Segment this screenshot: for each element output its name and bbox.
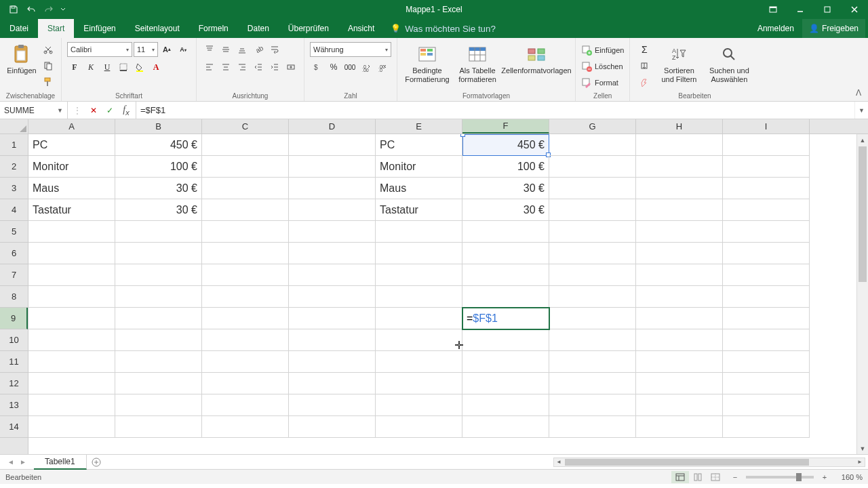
row-header-12[interactable]: 12 [0, 373, 28, 394]
comma-icon[interactable]: 000 [342, 60, 357, 75]
cell-B11[interactable] [115, 351, 202, 373]
cell-B13[interactable] [115, 394, 202, 416]
cell-D10[interactable] [289, 329, 376, 351]
sheet-nav-prev-icon[interactable]: ◄ [5, 457, 16, 468]
cell-B2[interactable]: 100 € [115, 156, 202, 178]
redo-icon[interactable] [41, 2, 57, 17]
cell-D11[interactable] [289, 351, 376, 373]
view-normal-icon[interactable] [671, 471, 689, 483]
tab-home[interactable]: Start [38, 19, 74, 38]
maximize-icon[interactable] [814, 0, 841, 19]
cell-B9[interactable] [115, 308, 202, 329]
cell-D13[interactable] [289, 394, 376, 416]
cell-E14[interactable] [376, 416, 462, 438]
col-header-D[interactable]: D [289, 119, 376, 134]
tab-pagelayout[interactable]: Seitenlayout [125, 19, 189, 38]
cell-I8[interactable] [723, 286, 810, 308]
row-header-9[interactable]: 9 [0, 308, 28, 329]
sort-filter-button[interactable]: AZ Sortieren und Filtern [656, 42, 702, 85]
select-all-corner[interactable] [0, 119, 28, 134]
cancel-formula-icon[interactable]: ✕ [85, 102, 102, 119]
copy-icon[interactable] [41, 58, 56, 73]
insert-cells-button[interactable]: Einfügen [595, 46, 624, 54]
undo-icon[interactable] [23, 2, 39, 17]
cell-H12[interactable] [636, 373, 723, 394]
cell-H3[interactable] [636, 178, 723, 199]
row-header-7[interactable]: 7 [0, 264, 28, 286]
cell-G5[interactable] [549, 221, 636, 243]
row-header-10[interactable]: 10 [0, 329, 28, 351]
cell-I5[interactable] [723, 221, 810, 243]
cell-C5[interactable] [202, 221, 289, 243]
sheet-nav-next-icon[interactable]: ► [18, 457, 28, 468]
expand-formula-bar-icon[interactable]: ▼ [854, 102, 868, 119]
cell-I3[interactable] [723, 178, 810, 199]
cell-C1[interactable] [202, 134, 289, 156]
cell-B14[interactable] [115, 416, 202, 438]
paste-button[interactable]: Einfügen [5, 42, 38, 77]
row-header-5[interactable]: 5 [0, 221, 28, 243]
cell-D4[interactable] [289, 199, 376, 221]
tab-data[interactable]: Daten [238, 19, 279, 38]
cell-D14[interactable] [289, 416, 376, 438]
col-header-I[interactable]: I [723, 119, 810, 134]
cell-G4[interactable] [549, 199, 636, 221]
cell-E1[interactable]: PC [376, 134, 462, 156]
cell-A4[interactable]: Tastatur [28, 199, 115, 221]
tab-review[interactable]: Überprüfen [279, 19, 338, 38]
align-right-icon[interactable] [235, 60, 250, 75]
cell-G3[interactable] [549, 178, 636, 199]
cell-D12[interactable] [289, 373, 376, 394]
increase-decimal-icon[interactable]: .0.00 [359, 60, 374, 75]
cell-C4[interactable] [202, 199, 289, 221]
align-center-icon[interactable] [218, 60, 233, 75]
cell-C7[interactable] [202, 264, 289, 286]
scroll-down-icon[interactable]: ▼ [857, 443, 868, 454]
cell-F10[interactable] [462, 329, 549, 351]
cell-A2[interactable]: Monitor [28, 156, 115, 178]
tab-file[interactable]: Datei [0, 19, 38, 38]
cell-C10[interactable] [202, 329, 289, 351]
cell-H14[interactable] [636, 416, 723, 438]
font-size-select[interactable]: 11▾ [134, 42, 158, 57]
cell-B3[interactable]: 30 € [115, 178, 202, 199]
save-icon[interactable] [5, 2, 22, 17]
percent-icon[interactable]: % [326, 60, 341, 75]
zoom-out-icon[interactable]: − [730, 472, 741, 483]
cell-H9[interactable] [636, 308, 723, 329]
cell-F14[interactable] [462, 416, 549, 438]
tab-insert[interactable]: Einfügen [74, 19, 125, 38]
cell-I9[interactable] [723, 308, 810, 329]
row-header-1[interactable]: 1 [0, 134, 28, 156]
bold-icon[interactable]: F [67, 60, 82, 75]
col-header-C[interactable]: C [202, 119, 289, 134]
cell-E8[interactable] [376, 286, 462, 308]
col-header-E[interactable]: E [376, 119, 462, 134]
cell-C11[interactable] [202, 351, 289, 373]
cell-A8[interactable] [28, 286, 115, 308]
cell-I1[interactable] [723, 134, 810, 156]
underline-icon[interactable]: U [100, 60, 115, 75]
autosum-icon[interactable]: Σ [635, 42, 653, 57]
cell-E2[interactable]: Monitor [376, 156, 462, 178]
cell-D7[interactable] [289, 264, 376, 286]
cell-A12[interactable] [28, 373, 115, 394]
cell-H8[interactable] [636, 286, 723, 308]
col-header-A[interactable]: A [28, 119, 115, 134]
cell-A9[interactable] [28, 308, 115, 329]
tab-view[interactable]: Ansicht [338, 19, 384, 38]
cell-I12[interactable] [723, 373, 810, 394]
cell-D3[interactable] [289, 178, 376, 199]
cell-A3[interactable]: Maus [28, 178, 115, 199]
cell-G7[interactable] [549, 264, 636, 286]
cell-I13[interactable] [723, 394, 810, 416]
view-page-layout-icon[interactable] [689, 471, 707, 483]
cell-A1[interactable]: PC [28, 134, 115, 156]
cell-G8[interactable] [549, 286, 636, 308]
accounting-icon[interactable]: $ [310, 60, 325, 75]
cell-B12[interactable] [115, 373, 202, 394]
cell-D2[interactable] [289, 156, 376, 178]
col-header-G[interactable]: G [549, 119, 636, 134]
cell-E13[interactable] [376, 394, 462, 416]
cell-G1[interactable] [549, 134, 636, 156]
